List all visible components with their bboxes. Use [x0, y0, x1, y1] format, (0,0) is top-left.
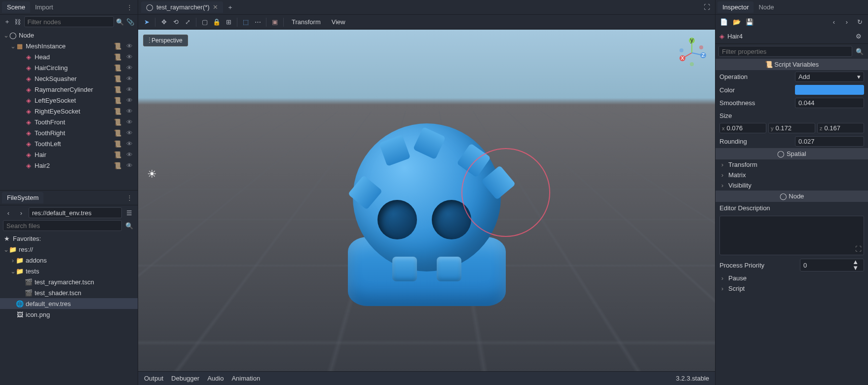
- color-picker[interactable]: [795, 85, 864, 95]
- visibility-icon[interactable]: 👁: [124, 62, 135, 73]
- scene-tab-test-raymarcher[interactable]: ◯ test_raymarcher(*) ✕: [141, 1, 223, 13]
- script-icon[interactable]: 📜: [112, 138, 123, 149]
- script-icon[interactable]: 📜: [112, 62, 123, 73]
- object-tools-icon[interactable]: ⚙: [853, 31, 864, 41]
- script-icon[interactable]: 📜: [112, 127, 123, 138]
- visibility-icon[interactable]: 👁: [124, 127, 135, 138]
- script-icon[interactable]: 📜: [112, 160, 123, 171]
- scale-tool-icon[interactable]: ⤢: [182, 17, 193, 28]
- script-icon[interactable]: 📜: [112, 116, 123, 127]
- tab-import[interactable]: Import: [30, 1, 58, 13]
- view-mode-icon[interactable]: ☰: [124, 207, 135, 218]
- view-menu[interactable]: View: [327, 16, 350, 28]
- history-forward-icon[interactable]: ›: [841, 16, 852, 27]
- editor-description-input[interactable]: ⛶: [719, 216, 864, 255]
- script-icon[interactable]: 📜: [112, 40, 123, 51]
- add-node-icon[interactable]: ＋: [3, 16, 11, 27]
- filesystem-item[interactable]: 🎬test_shader.tscn: [0, 287, 138, 298]
- search-icon[interactable]: 🔍: [854, 46, 865, 57]
- tab-node[interactable]: Node: [754, 1, 779, 13]
- tree-node[interactable]: ◈RightEyeSocket📜👁: [0, 106, 138, 116]
- history-back-icon[interactable]: ‹: [829, 16, 839, 27]
- section-spatial[interactable]: ◯ Spatial: [716, 148, 868, 159]
- size-y-input[interactable]: y0.172: [768, 123, 815, 133]
- expand-icon[interactable]: ⛶: [855, 245, 862, 253]
- snap-config-icon[interactable]: ⋯: [252, 17, 263, 28]
- visibility-icon[interactable]: 👁: [124, 84, 135, 95]
- fold-visibility[interactable]: ›Visibility: [716, 180, 868, 191]
- filesystem-item[interactable]: ›📁addons: [0, 255, 138, 266]
- bottom-tab-audio[interactable]: Audio: [207, 375, 224, 382]
- rounding-input[interactable]: 0.027: [795, 136, 864, 147]
- operation-dropdown[interactable]: Add ▾: [795, 72, 864, 82]
- visibility-icon[interactable]: 👁: [124, 73, 135, 84]
- tab-filesystem[interactable]: FileSystem: [2, 192, 43, 203]
- visibility-icon[interactable]: 👁: [124, 95, 135, 106]
- expand-icon[interactable]: ›: [10, 257, 16, 264]
- tree-node[interactable]: ⌄◯Node: [0, 30, 138, 40]
- select-tool-icon[interactable]: ➤: [141, 17, 152, 28]
- script-icon[interactable]: 📜: [112, 149, 123, 160]
- scene-filter-input[interactable]: [24, 16, 114, 27]
- instance-icon[interactable]: ⛓: [13, 16, 22, 27]
- camera-icon[interactable]: ▣: [269, 17, 280, 28]
- tree-node[interactable]: ◈Hair📜👁: [0, 149, 138, 160]
- group-icon[interactable]: ⊞: [223, 17, 234, 28]
- perspective-badge[interactable]: Perspective: [143, 35, 188, 46]
- filesystem-item[interactable]: ⌄📁tests: [0, 266, 138, 276]
- tree-node[interactable]: ◈RaymarcherCylinder📜👁: [0, 84, 138, 95]
- filesystem-item[interactable]: 🌐default_env.tres: [0, 298, 138, 309]
- snap-icon[interactable]: ⬚: [240, 17, 251, 28]
- smoothness-input[interactable]: 0.044: [795, 98, 864, 108]
- script-icon[interactable]: 📜: [112, 51, 123, 62]
- size-x-input[interactable]: x0.076: [719, 123, 766, 133]
- tree-node[interactable]: ◈ToothFront📜👁: [0, 116, 138, 127]
- lock-icon[interactable]: 🔒: [211, 17, 222, 28]
- scene-tree[interactable]: ⌄◯Node⌄▦MeshInstance📜👁◈Head📜👁◈HairCircli…: [0, 29, 138, 190]
- tree-node[interactable]: ◈NeckSquasher📜👁: [0, 73, 138, 84]
- path-input[interactable]: [29, 207, 122, 218]
- tree-node[interactable]: ◈Hair2📜👁: [0, 160, 138, 171]
- script-icon[interactable]: 📜: [112, 106, 123, 116]
- filesystem-item[interactable]: ⌄📁res://: [0, 244, 138, 255]
- visibility-icon[interactable]: 👁: [124, 116, 135, 127]
- bottom-tab-output[interactable]: Output: [144, 375, 163, 382]
- script-icon[interactable]: 📜: [112, 95, 123, 106]
- tab-inspector[interactable]: Inspector: [717, 1, 754, 13]
- rotation-gizmo[interactable]: [461, 148, 550, 237]
- history-icon[interactable]: ↻: [854, 16, 865, 27]
- tree-node[interactable]: ◈ToothRight📜👁: [0, 127, 138, 138]
- fold-transform[interactable]: ›Transform: [716, 159, 868, 170]
- resource-new-icon[interactable]: 📄: [718, 16, 729, 27]
- expand-icon[interactable]: ⌄: [10, 268, 16, 275]
- fold-script[interactable]: › Script: [716, 283, 868, 294]
- axis-gizmo[interactable]: x y z: [675, 36, 709, 70]
- process-priority-input[interactable]: 0 ▲▼: [800, 259, 864, 271]
- expand-icon[interactable]: ⌄: [10, 42, 16, 50]
- add-scene-icon[interactable]: ＋: [225, 2, 236, 13]
- section-node[interactable]: ◯ Node: [716, 191, 868, 202]
- filesystem-item[interactable]: 🖼icon.png: [0, 309, 138, 320]
- close-icon[interactable]: ✕: [213, 3, 218, 11]
- favorites-row[interactable]: ★ Favorites:: [0, 233, 138, 244]
- visibility-icon[interactable]: 👁: [124, 160, 135, 171]
- dock-options-icon[interactable]: ⋮: [123, 194, 136, 201]
- visibility-icon[interactable]: 👁: [124, 149, 135, 160]
- tree-node[interactable]: ◈ToothLeft📜👁: [0, 138, 138, 149]
- expand-icon[interactable]: ⌄: [3, 246, 9, 253]
- section-script-variables[interactable]: 📜 Script Variables: [716, 59, 868, 70]
- tree-node[interactable]: ⌄▦MeshInstance📜👁: [0, 40, 138, 51]
- visibility-icon[interactable]: 👁: [124, 138, 135, 149]
- search-icon[interactable]: 🔍: [124, 220, 135, 231]
- fold-pause[interactable]: › Pause: [716, 273, 868, 283]
- script-icon[interactable]: 📜: [112, 73, 123, 84]
- tree-node[interactable]: ◈HairCircling📜👁: [0, 62, 138, 73]
- back-icon[interactable]: ‹: [3, 207, 14, 218]
- filesystem-item[interactable]: 🎬test_raymarcher.tscn: [0, 276, 138, 287]
- local-space-icon[interactable]: ▢: [199, 17, 210, 28]
- tab-scene[interactable]: Scene: [2, 1, 30, 13]
- visibility-icon[interactable]: 👁: [124, 51, 135, 62]
- fold-matrix[interactable]: ›Matrix: [716, 170, 868, 180]
- dock-options-icon[interactable]: ⋮: [123, 3, 136, 11]
- rotate-tool-icon[interactable]: ⟲: [170, 17, 181, 28]
